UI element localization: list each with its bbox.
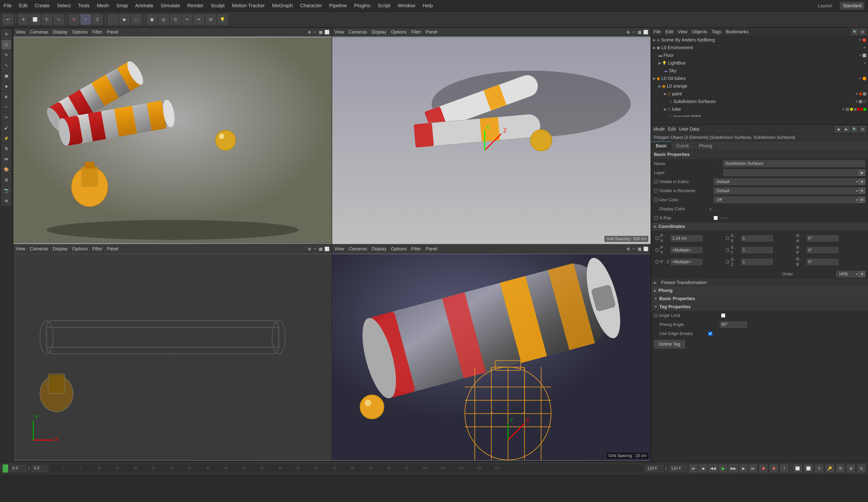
prop-order-arrow[interactable]: ▼	[859, 271, 865, 277]
transport-question[interactable]: ?	[780, 464, 788, 473]
vp-top-icon-2[interactable]: ↔	[632, 30, 636, 35]
vp-icon-4[interactable]: ⬜	[324, 30, 329, 35]
coord-sy-input[interactable]	[741, 247, 773, 253]
prop-xray-checkbox[interactable]	[714, 216, 718, 220]
transport-key5[interactable]: ⚙	[836, 464, 845, 473]
vp-icon-2[interactable]: ↔	[313, 30, 317, 35]
sidebar-poly-icon[interactable]: ◈	[2, 81, 11, 91]
transport-key6[interactable]: ⊞	[847, 464, 855, 473]
menu-edit[interactable]: Edit	[19, 3, 27, 9]
om-tags[interactable]: Tags	[712, 29, 721, 34]
transport-record[interactable]: ⏺	[770, 464, 778, 473]
phong-section-header[interactable]: ▶ Phong	[651, 287, 868, 295]
viewport-top-content[interactable]: Z X	[332, 37, 651, 244]
sidebar-edge-icon[interactable]: ⬖	[2, 92, 11, 101]
tree-render-scene[interactable]: 🔴	[862, 38, 866, 42]
transport-key1[interactable]: ⬜	[793, 464, 802, 473]
delete-button[interactable]: ✕	[69, 14, 79, 25]
tree-color-oiltubes[interactable]	[862, 77, 866, 80]
menu-sculpt[interactable]: Sculpt	[211, 3, 225, 9]
vp-front-display[interactable]: Display	[372, 246, 386, 252]
vp-top-options[interactable]: Options	[391, 29, 407, 35]
om-file[interactable]: File	[653, 29, 661, 34]
prop-layer-input[interactable]	[723, 169, 859, 176]
vp-persp-display[interactable]: Display	[53, 29, 68, 35]
menu-select[interactable]: Select	[57, 3, 71, 9]
menu-window[interactable]: Window	[397, 3, 415, 9]
render-region-button[interactable]: ⬚	[131, 14, 142, 25]
sidebar-move-icon[interactable]: ✛	[2, 29, 11, 39]
prop-visible-editor-select[interactable]: DefaultOnOff	[714, 178, 859, 185]
sidebar-scale-icon[interactable]: ⤡	[2, 61, 11, 70]
sidebar-deform-icon[interactable]: ⋈	[2, 154, 11, 164]
viewport-perspective[interactable]: View Cameras Display Options Filter Pane…	[13, 28, 332, 244]
transport-prev-frame[interactable]: ◀	[699, 464, 707, 473]
vp-front-panel[interactable]: Panel	[426, 246, 437, 252]
vp-icon-1[interactable]: ⊕	[308, 30, 311, 35]
vp-front-view[interactable]: View	[334, 246, 344, 252]
z-axis-button[interactable]: Z	[92, 14, 103, 25]
coord-rb-input[interactable]	[807, 259, 838, 265]
prop-visible-editor-arrow[interactable]: ▼	[859, 178, 865, 185]
menu-pipeline[interactable]: Pipeline	[329, 3, 347, 9]
cube-button[interactable]: ▣	[147, 14, 157, 25]
menu-snap[interactable]: Snap	[116, 3, 128, 9]
prop-tab-coord[interactable]: Coord.	[672, 142, 694, 150]
sidebar-point-icon[interactable]: •	[2, 102, 11, 112]
vp-front-cameras[interactable]: Cameras	[349, 246, 367, 252]
scale-tool-button[interactable]: ⤡	[53, 14, 64, 25]
tree-vis-floor[interactable]: 👁	[859, 54, 862, 57]
vp-front-icon-1[interactable]: ⊕	[627, 246, 630, 252]
viewport-front[interactable]: View Cameras Display Options Filter Pane…	[332, 244, 651, 461]
move-tool-button[interactable]: ✛	[18, 14, 29, 25]
tree-tag-floor[interactable]	[862, 54, 866, 57]
prop-angle-limit-checkbox[interactable]	[721, 314, 725, 318]
prop-tab-basic[interactable]: Basic	[651, 142, 672, 150]
coord-px-input[interactable]	[671, 235, 702, 242]
sidebar-grid-icon[interactable]: ⊞	[2, 175, 11, 185]
coord-sx-input[interactable]	[741, 235, 773, 242]
coord-sz-input[interactable]	[741, 259, 773, 265]
coord-pz-input[interactable]	[671, 259, 702, 265]
tree-item-environment[interactable]: ▶ ▣ L0 Environment 👁	[651, 44, 868, 52]
menu-create[interactable]: Create	[35, 3, 50, 9]
prop-userdata[interactable]: User Data	[679, 126, 700, 132]
timeline-end-input[interactable]	[645, 465, 663, 472]
prop-phong-angle-input[interactable]	[720, 321, 747, 328]
tag3[interactable]	[860, 108, 863, 111]
transport-next[interactable]: ▶▶	[728, 464, 738, 473]
vp-icon-3[interactable]: ▦	[319, 30, 323, 35]
tree-vis-tube-o[interactable]: 👁	[842, 108, 845, 111]
viewport-perspective-content[interactable]	[13, 37, 332, 244]
y-axis-button[interactable]: Y	[81, 14, 91, 25]
prop-mode[interactable]: Mode	[653, 126, 665, 132]
menu-character[interactable]: Character	[300, 3, 322, 9]
prop-visible-renderer-arrow[interactable]: ▼	[859, 188, 865, 194]
prop-display-color-arrow[interactable]: ▶	[710, 207, 712, 211]
vp-front-filter[interactable]: Filter	[411, 246, 421, 252]
sidebar-magnet-icon[interactable]: ⚡	[2, 134, 11, 143]
tree-item-subdiv1[interactable]: ◇ Subdivision Surfaces 👁	[651, 98, 868, 105]
vp-top-view[interactable]: View	[334, 29, 344, 35]
sidebar-s-icon[interactable]: S	[2, 144, 11, 153]
plane-button[interactable]: ⊟	[205, 14, 216, 25]
vp-front-icon-4[interactable]: ⬜	[643, 246, 648, 252]
tree-vis-oiltubes[interactable]: 👁	[859, 77, 862, 80]
om-view[interactable]: View	[678, 29, 688, 34]
prop-use-color-select[interactable]: OffAlwaysAuto	[714, 196, 859, 203]
cylinder-button[interactable]: ⊙	[170, 14, 180, 25]
spline-button[interactable]: ✏	[194, 14, 204, 25]
vp-top-icon-1[interactable]: ⊕	[627, 30, 630, 35]
tree-item-floor[interactable]: ▬ Floor 👁	[651, 52, 868, 59]
tree-item-lightbox[interactable]: ▶ 💡 LightBox 👁	[651, 59, 868, 67]
tree-item-tube-orange[interactable]: ▶ ⬡ tube 👁	[651, 105, 868, 113]
om-settings-icon[interactable]: ⚙	[859, 29, 866, 35]
transport-to-end[interactable]: ⏭	[749, 464, 757, 473]
vp-front-icon-3[interactable]: ▦	[638, 246, 641, 252]
nurbs-button[interactable]: 〜	[182, 14, 192, 25]
om-bookmarks[interactable]: Bookmarks	[726, 29, 748, 34]
prop-edge-breaks-checkbox[interactable]	[708, 331, 712, 336]
tree-vis-scene[interactable]: 👁	[858, 38, 861, 42]
sidebar-rotate-icon[interactable]: ↻	[2, 50, 11, 60]
tree-color-p-orange[interactable]	[859, 92, 862, 95]
